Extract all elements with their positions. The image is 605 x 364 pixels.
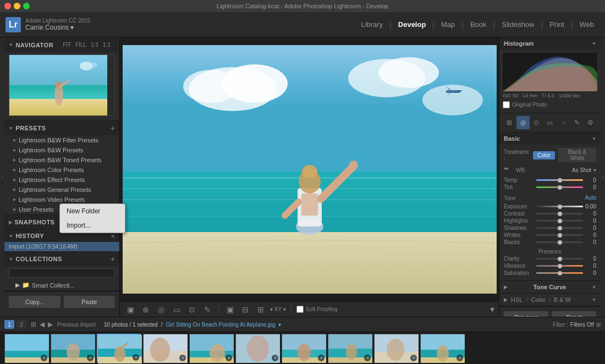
settings-tool[interactable]: ⚙ [584,116,597,129]
graduated-tool[interactable]: ▭ [170,304,183,316]
temp-track[interactable] [536,179,583,181]
preset-bw[interactable]: ▶ Lightroom B&W Presets [4,145,119,155]
temp-thumb[interactable] [558,178,562,183]
preset-bwtoned[interactable]: ▶ Lightroom B&W Toned Presets [4,155,119,165]
view-compare[interactable]: ⊟ [239,304,251,316]
original-photo-checkbox[interactable] [503,101,510,108]
navigator-header[interactable]: ▼ Navigator FIT FILL 1:1 1:1 [4,37,119,52]
view-single[interactable]: ▣ [224,304,236,316]
nav-slideshow[interactable]: Slideshow [496,18,540,31]
filter-value[interactable]: Filters Off [570,322,594,328]
highlights-track[interactable] [536,220,583,222]
hsl-link[interactable]: HSL [511,296,522,303]
film-thumb-8[interactable]: ⊕ [328,334,372,362]
filter-expand[interactable]: ⊞ [596,322,601,328]
spot-removal-tool[interactable]: ◎ [516,116,530,129]
nav-book[interactable]: Book [465,18,492,31]
filmstrip-page-2[interactable]: 2 [16,320,26,329]
preset-color[interactable]: ▶ Lightroom Color Presets [4,165,119,175]
copy-button[interactable]: Copy... [9,296,61,308]
film-thumb-3[interactable]: ⊕ [97,334,141,362]
exposure-track[interactable] [536,206,583,207]
collections-header[interactable]: ▼ Collections + [4,252,119,266]
radial-filter-tool[interactable]: ○ [557,116,570,129]
graduated-filter-tool[interactable]: ▭ [543,116,557,129]
basic-header[interactable]: Basic ▼ [499,133,601,145]
saturation-track[interactable] [536,272,583,274]
paste-button[interactable]: Paste [64,296,116,308]
redeye-correction-tool[interactable]: ⊙ [530,116,543,129]
nav-map[interactable]: Map [436,18,460,31]
wb-dropper-icon[interactable]: ✒ [504,165,514,175]
highlights-thumb[interactable] [558,219,562,223]
film-thumb-9[interactable]: ⊕ [374,334,418,362]
selected-file-name[interactable]: Girl Sitting On Beach Pointing At Airpla… [166,322,275,328]
right-panel-collapse[interactable]: › [601,37,605,317]
color-treatment-btn[interactable]: Color [533,151,555,159]
spot-tool[interactable]: ⊕ [140,304,152,316]
nav-print[interactable]: Print [544,18,570,31]
blacks-thumb[interactable] [558,240,562,245]
previous-button[interactable]: Previous [504,311,548,317]
saturation-thumb[interactable] [558,271,562,275]
vibrance-thumb[interactable] [558,264,562,268]
view-survey[interactable]: ⊞ [255,304,267,316]
left-panel-collapse[interactable]: ‹ [0,37,4,317]
contrast-thumb[interactable] [558,212,562,216]
color-link[interactable]: Color [531,296,545,303]
film-thumb-6[interactable]: ⊕ [235,334,279,362]
film-thumb-2[interactable]: ⊕ [51,334,95,362]
presets-header[interactable]: ▼ Presets + [4,121,119,135]
crop-overlay-tool[interactable]: ⊞ [503,116,516,129]
filmstrip-next-arrow[interactable]: ▶ [47,321,54,328]
whites-track[interactable] [536,234,583,236]
clarity-track[interactable] [536,258,583,260]
film-thumb-10[interactable]: ⊕ [420,334,464,362]
tint-track[interactable] [536,186,583,188]
adjustment-brush-tool[interactable]: ✎ [570,116,584,129]
tint-thumb[interactable] [558,185,562,190]
collections-search-input[interactable] [9,268,115,278]
maximize-button[interactable] [23,3,30,9]
filmstrip-prev-arrow[interactable]: ◀ [38,321,46,328]
context-new-folder[interactable]: New Folder [60,204,120,218]
nav-web[interactable]: Web [574,18,600,31]
context-import[interactable]: Import... [60,218,120,233]
smart-collect-item[interactable]: ▶ 📁 Smart Collecti... [4,280,119,290]
clarity-thumb[interactable] [558,257,562,261]
tone-auto-btn[interactable]: Auto [585,195,596,201]
presets-add[interactable]: + [111,124,115,133]
history-clear[interactable]: ✕ [111,233,115,239]
filmstrip-page-1[interactable]: 1 [4,320,14,329]
shadows-thumb[interactable] [558,226,562,230]
bw-link[interactable]: B & W [554,296,571,303]
bw-treatment-btn[interactable]: Black & White [558,148,596,162]
reset-button[interactable]: Reset [552,311,596,317]
crop-tool[interactable]: ▣ [124,304,136,316]
toolbar-expand[interactable]: ▾ [490,304,494,315]
close-button[interactable] [4,3,11,9]
filmstrip-grid-icon[interactable]: ⊞ [30,321,37,328]
soft-proofing-checkbox[interactable] [296,306,304,313]
film-thumb-4[interactable]: ⊕ [143,334,187,362]
film-thumb-1[interactable]: ⊕ [4,334,48,362]
preset-bwfilter[interactable]: ▶ Lightroom B&W Filter Presets [4,135,119,145]
whites-thumb[interactable] [558,233,562,238]
collections-add[interactable]: + [111,255,115,263]
history-item[interactable]: Import (1/28/17 9:54:16 AM) [4,242,119,251]
xy-selector[interactable]: ▾ XY ▾ [270,306,286,312]
preset-general[interactable]: ▶ Lightroom General Presets [4,185,119,195]
nav-develop[interactable]: Develop [393,18,432,31]
brush-tool[interactable]: ✎ [201,304,213,316]
shadows-track[interactable] [536,227,583,229]
window-controls[interactable] [4,3,30,9]
redeye-tool[interactable]: ◎ [155,304,167,316]
minimize-button[interactable] [14,3,20,9]
film-thumb-7[interactable]: ⊕ [282,334,326,362]
exposure-thumb[interactable] [558,205,562,209]
blacks-track[interactable] [536,241,583,243]
film-thumb-5[interactable]: ⊕ [189,334,233,362]
preset-effect[interactable]: ▶ Lightroom Effect Presets [4,175,119,185]
histogram-header[interactable]: Histogram ▼ [499,37,601,49]
contrast-track[interactable] [536,213,583,214]
